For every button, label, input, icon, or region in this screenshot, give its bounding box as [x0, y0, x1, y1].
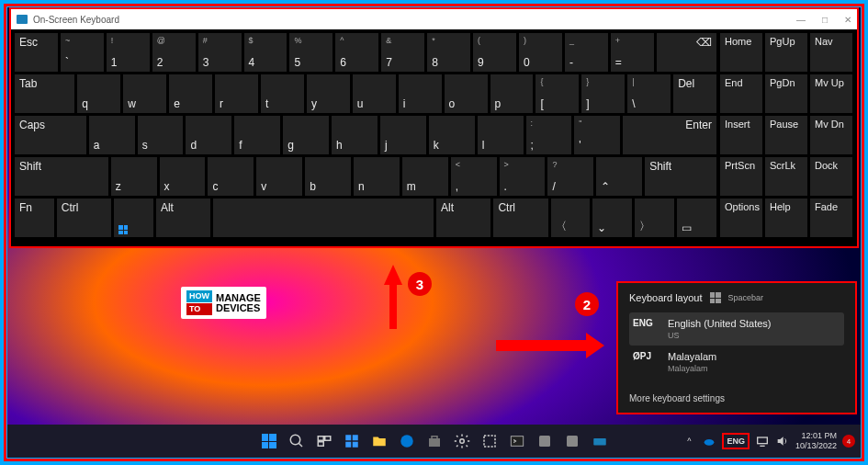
screenshot-border — [4, 4, 864, 461]
